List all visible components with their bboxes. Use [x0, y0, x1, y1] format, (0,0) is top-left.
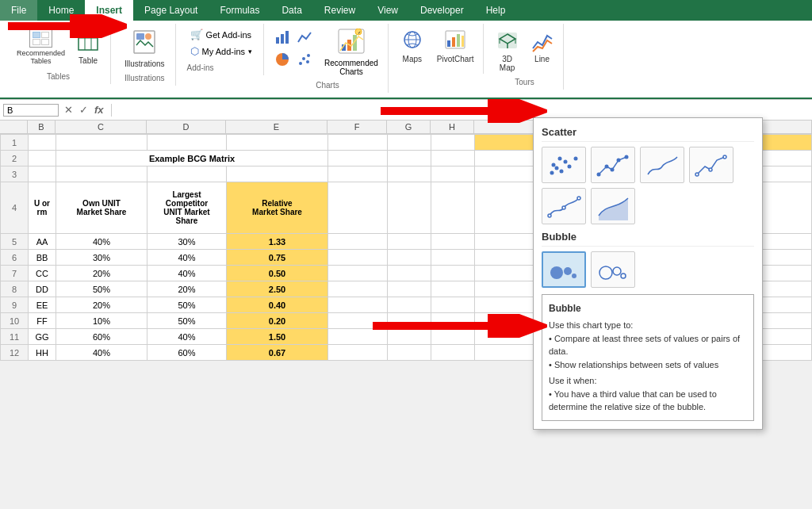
cell-e11[interactable]: 1.50	[227, 329, 328, 345]
cell-h12[interactable]	[431, 345, 475, 361]
bar-chart-button[interactable]	[272, 27, 293, 48]
cell-d8[interactable]: 20%	[147, 281, 227, 297]
tab-home[interactable]: Home	[37, 0, 85, 21]
cell-g8[interactable]	[388, 281, 431, 297]
cell-e4-header[interactable]: RelativeMarket Share	[227, 182, 328, 234]
get-addins-button[interactable]: 🛒 Get Add-ins	[187, 27, 255, 42]
cell-h6[interactable]	[431, 250, 475, 266]
cell-f9[interactable]	[328, 297, 388, 313]
cell-b3[interactable]	[29, 166, 56, 182]
cell-b1[interactable]	[29, 135, 56, 151]
pivot-chart-button[interactable]: PivotChart	[433, 27, 478, 66]
cell-e12[interactable]: 0.67	[227, 345, 328, 361]
cell-c1[interactable]	[56, 135, 147, 151]
cell-e6[interactable]: 0.75	[227, 250, 328, 266]
line-button[interactable]: Line	[527, 27, 558, 75]
cell-h7[interactable]	[431, 266, 475, 281]
cell-h4[interactable]	[431, 182, 475, 234]
cell-c11[interactable]: 60%	[56, 329, 147, 345]
scatter-chart-button[interactable]	[294, 49, 315, 70]
pie-chart-button[interactable]	[272, 49, 293, 70]
cell-d7[interactable]: 40%	[147, 266, 227, 281]
cell-b2[interactable]	[29, 151, 56, 166]
tab-view[interactable]: View	[366, 0, 409, 21]
confirm-formula-button[interactable]: ✓	[77, 104, 90, 116]
cell-c8[interactable]: 50%	[56, 281, 147, 297]
cell-f4[interactable]	[328, 182, 388, 234]
cell-g6[interactable]	[388, 250, 431, 266]
col-header-e[interactable]: E	[226, 121, 327, 133]
cell-b5[interactable]: AA	[29, 234, 56, 250]
cell-c9[interactable]: 20%	[56, 297, 147, 313]
cell-g5[interactable]	[388, 234, 431, 250]
cell-g4[interactable]	[388, 182, 431, 234]
cell-d11[interactable]: 40%	[147, 329, 227, 345]
cell-c4-header[interactable]: Own UNITMarket Share	[56, 182, 147, 234]
bubble-type-1-button[interactable]	[542, 251, 586, 288]
tab-review[interactable]: Review	[313, 0, 366, 21]
cell-e7[interactable]: 0.50	[227, 266, 328, 281]
tab-page-layout[interactable]: Page Layout	[133, 0, 209, 21]
cell-h9[interactable]	[431, 297, 475, 313]
cell-f7[interactable]	[328, 266, 388, 281]
cell-d10[interactable]: 50%	[147, 313, 227, 329]
cell-e10[interactable]: 0.20	[227, 313, 328, 329]
tab-formulas[interactable]: Formulas	[209, 0, 270, 21]
cell-c7[interactable]: 20%	[56, 266, 147, 281]
cell-c12[interactable]: 40%	[56, 345, 147, 361]
cell-f5[interactable]	[328, 234, 388, 250]
cell-h3[interactable]	[431, 166, 475, 182]
3d-map-button[interactable]: 3DMap	[492, 27, 523, 75]
cell-f12[interactable]	[328, 345, 388, 361]
cell-e1[interactable]	[227, 135, 328, 151]
cell-h11[interactable]	[431, 329, 475, 345]
cell-c10[interactable]: 10%	[56, 313, 147, 329]
cell-f8[interactable]	[328, 281, 388, 297]
cell-f1[interactable]	[328, 135, 388, 151]
cell-c6[interactable]: 30%	[56, 250, 147, 266]
cell-f10[interactable]	[328, 313, 388, 329]
cell-f3[interactable]	[328, 166, 388, 182]
cell-b4-header[interactable]: U orrm	[29, 182, 56, 234]
cell-g10[interactable]	[388, 313, 431, 329]
cell-g9[interactable]	[388, 297, 431, 313]
scatter-type-6-button[interactable]	[591, 188, 635, 224]
cell-f2[interactable]	[328, 151, 388, 166]
cell-h1[interactable]	[431, 135, 475, 151]
cell-h5[interactable]	[431, 234, 475, 250]
cell-d9[interactable]: 50%	[147, 297, 227, 313]
cell-d3[interactable]	[147, 166, 227, 182]
cell-h10[interactable]	[431, 313, 475, 329]
bubble-type-2-button[interactable]	[591, 251, 635, 288]
cell-g3[interactable]	[388, 166, 431, 182]
scatter-type-3-button[interactable]	[640, 147, 684, 183]
my-addins-button[interactable]: ⬡ My Add-ins ▾	[187, 44, 255, 59]
cell-e3[interactable]	[227, 166, 328, 182]
recommended-charts-button[interactable]: ✓ RecommendedCharts	[320, 27, 383, 78]
cell-g7[interactable]	[388, 266, 431, 281]
cell-g2[interactable]	[388, 151, 431, 166]
col-header-c[interactable]: C	[56, 121, 147, 133]
scatter-type-5-button[interactable]	[542, 188, 586, 224]
col-header-g[interactable]: G	[387, 121, 431, 133]
cell-g12[interactable]	[388, 345, 431, 361]
tab-file[interactable]: File	[0, 0, 37, 21]
cell-b12[interactable]: HH	[29, 345, 56, 361]
cell-b6[interactable]: BB	[29, 250, 56, 266]
cell-c2-title[interactable]: Example BCG Matrix	[56, 151, 328, 166]
tab-data[interactable]: Data	[270, 0, 312, 21]
cell-f6[interactable]	[328, 250, 388, 266]
cell-b7[interactable]: CC	[29, 266, 56, 281]
cell-h8[interactable]	[431, 281, 475, 297]
cancel-formula-button[interactable]: ✕	[62, 104, 75, 116]
cell-g1[interactable]	[388, 135, 431, 151]
tab-developer[interactable]: Developer	[409, 0, 475, 21]
scatter-type-2-button[interactable]	[591, 147, 635, 183]
cell-d1[interactable]	[147, 135, 227, 151]
cell-b9[interactable]: EE	[29, 297, 56, 313]
cell-d5[interactable]: 30%	[147, 234, 227, 250]
tab-help[interactable]: Help	[475, 0, 517, 21]
cell-e9[interactable]: 0.40	[227, 297, 328, 313]
cell-d12[interactable]: 60%	[147, 345, 227, 361]
cell-g11[interactable]	[388, 329, 431, 345]
